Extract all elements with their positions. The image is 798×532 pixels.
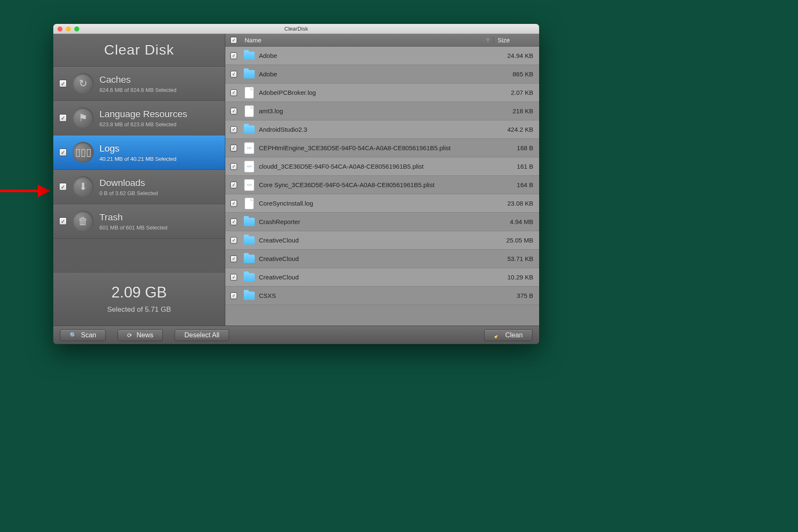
file-row[interactable]: ✓AdobeIPCBroker.log2.07 KB	[225, 83, 539, 102]
file-checkbox[interactable]: ✓	[230, 292, 237, 299]
file-size: 218 KB	[493, 107, 539, 115]
window-close-button[interactable]	[57, 26, 63, 31]
file-header: ✓ Name ▽ Size	[225, 34, 539, 47]
file-name: CSXS	[256, 292, 493, 299]
summary-sub: Selected of 5.71 GB	[53, 305, 225, 314]
file-name: AndroidStudio2.3	[256, 126, 493, 133]
file-name: Core Sync_3CE36D5E-94F0-54CA-A0A8-CE8056…	[256, 181, 493, 188]
file-name: Adobe	[256, 52, 493, 59]
sidebar: Clear Disk ✓↻Caches824.6 MB of 824.6 MB …	[53, 34, 225, 326]
annotation-arrow	[0, 185, 50, 197]
file-checkbox[interactable]: ✓	[230, 274, 237, 281]
file-row[interactable]: ✓Core Sync_3CE36D5E-94F0-54CA-A0A8-CE805…	[225, 176, 539, 194]
folder-icon	[244, 255, 255, 263]
file-row[interactable]: ✓amt3.log218 KB	[225, 102, 539, 120]
file-size: 375 B	[493, 292, 539, 299]
file-name: amt3.log	[256, 107, 493, 115]
window-zoom-button[interactable]	[74, 26, 79, 31]
category-checkbox[interactable]: ✓	[59, 114, 67, 122]
file-checkbox[interactable]: ✓	[230, 108, 237, 115]
file-row[interactable]: ✓CreativeCloud25.05 MB	[225, 231, 539, 250]
file-checkbox[interactable]: ✓	[230, 219, 237, 225]
file-row[interactable]: ✓CoreSyncInstall.log23.08 KB	[225, 194, 539, 213]
category-icon: 🗑	[73, 211, 94, 232]
file-size: 168 B	[493, 144, 539, 151]
file-row[interactable]: ✓CEPHtmlEngine_3CE36D5E-94F0-54CA-A0A8-C…	[225, 139, 539, 157]
category-subtitle: 623.8 MB of 623.8 MB Selected	[99, 121, 219, 128]
category-trash[interactable]: ✓🗑Trash601 MB of 601 MB Selected	[53, 204, 225, 239]
file-name: CEPHtmlEngine_3CE36D5E-94F0-54CA-A0A8-CE…	[256, 144, 493, 151]
file-checkbox[interactable]: ✓	[230, 256, 237, 262]
file-checkbox[interactable]: ✓	[230, 200, 237, 207]
selection-summary: 2.09 GB Selected of 5.71 GB	[53, 273, 225, 326]
file-name: cloudd_3CE36D5E-94F0-54CA-A0A8-CE8056196…	[256, 163, 493, 170]
bottom-toolbar: 🔍 Scan ⟳ News Deselect All 🧹 Clean	[53, 326, 539, 344]
file-row[interactable]: ✓cloudd_3CE36D5E-94F0-54CA-A0A8-CE805619…	[225, 157, 539, 176]
app-brand: Clear Disk	[53, 34, 225, 67]
window-minimize-button[interactable]	[66, 26, 71, 31]
window-title: ClearDisk	[284, 26, 308, 32]
file-checkbox[interactable]: ✓	[230, 52, 237, 59]
category-name: Downloads	[99, 177, 219, 188]
plist-icon	[245, 143, 254, 154]
file-name: Adobe	[256, 70, 493, 78]
file-name: CreativeCloud	[256, 237, 493, 244]
file-row[interactable]: ✓CreativeCloud53.71 KB	[225, 250, 539, 268]
news-button[interactable]: ⟳ News	[117, 329, 163, 341]
file-size: 25.05 MB	[493, 237, 539, 244]
category-downloads[interactable]: ✓⬇Downloads0 B of 3.62 GB Selected	[53, 170, 225, 204]
document-icon	[245, 198, 253, 209]
file-name: CrashReporter	[256, 218, 493, 225]
category-icon: ▯▯▯	[73, 142, 94, 163]
category-icon: ⬇	[73, 176, 94, 197]
document-icon	[245, 87, 253, 98]
category-logs[interactable]: ✓▯▯▯Logs40.21 MB of 40.21 MB Selected	[53, 136, 225, 170]
search-icon: 🔍	[70, 332, 77, 339]
category-icon: ⚑	[73, 107, 94, 128]
column-name[interactable]: Name ▽	[242, 37, 493, 44]
category-name: Trash	[99, 212, 219, 223]
file-checkbox[interactable]: ✓	[230, 182, 237, 188]
category-checkbox[interactable]: ✓	[59, 149, 67, 156]
category-language-resources[interactable]: ✓⚑Language Resources623.8 MB of 623.8 MB…	[53, 101, 225, 136]
file-name: AdobeIPCBroker.log	[256, 89, 493, 96]
file-size: 10.29 KB	[493, 274, 539, 281]
file-checkbox[interactable]: ✓	[230, 237, 237, 244]
file-checkbox[interactable]: ✓	[230, 126, 237, 133]
rss-icon: ⟳	[127, 332, 132, 339]
folder-icon	[244, 236, 255, 245]
category-name: Language Resources	[99, 109, 219, 120]
category-checkbox[interactable]: ✓	[59, 80, 67, 87]
folder-icon	[244, 218, 255, 226]
deselect-all-button[interactable]: Deselect All	[175, 329, 229, 341]
scan-button[interactable]: 🔍 Scan	[60, 329, 106, 341]
category-subtitle: 601 MB of 601 MB Selected	[99, 224, 219, 231]
folder-icon	[244, 273, 255, 282]
file-row[interactable]: ✓AndroidStudio2.3424.2 KB	[225, 120, 539, 139]
document-icon	[245, 106, 253, 117]
clean-button[interactable]: 🧹 Clean	[484, 329, 532, 341]
file-row[interactable]: ✓Adobe865 KB	[225, 65, 539, 83]
plist-icon	[245, 180, 254, 190]
file-row[interactable]: ✓Adobe24.94 KB	[225, 47, 539, 65]
file-row[interactable]: ✓CSXS375 B	[225, 287, 539, 305]
app-window: ClearDisk Clear Disk ✓↻Caches824.6 MB of…	[53, 24, 539, 344]
category-name: Caches	[99, 74, 219, 85]
file-checkbox[interactable]: ✓	[230, 163, 237, 170]
category-name: Logs	[99, 143, 219, 154]
titlebar: ClearDisk	[53, 24, 539, 34]
file-name: CreativeCloud	[256, 255, 493, 262]
category-checkbox[interactable]: ✓	[59, 183, 67, 190]
category-caches[interactable]: ✓↻Caches824.6 MB of 824.6 MB Selected	[53, 67, 225, 101]
category-subtitle: 40.21 MB of 40.21 MB Selected	[99, 156, 219, 162]
category-icon: ↻	[73, 73, 94, 94]
file-row[interactable]: ✓CreativeCloud10.29 KB	[225, 268, 539, 287]
file-checkbox[interactable]: ✓	[230, 89, 237, 96]
file-row[interactable]: ✓CrashReporter4.94 MB	[225, 213, 539, 231]
file-checkbox[interactable]: ✓	[230, 71, 237, 78]
file-size: 161 B	[493, 163, 539, 170]
select-all-checkbox[interactable]: ✓	[230, 37, 237, 44]
file-checkbox[interactable]: ✓	[230, 145, 237, 151]
column-size[interactable]: Size	[493, 37, 539, 44]
category-checkbox[interactable]: ✓	[59, 217, 67, 225]
